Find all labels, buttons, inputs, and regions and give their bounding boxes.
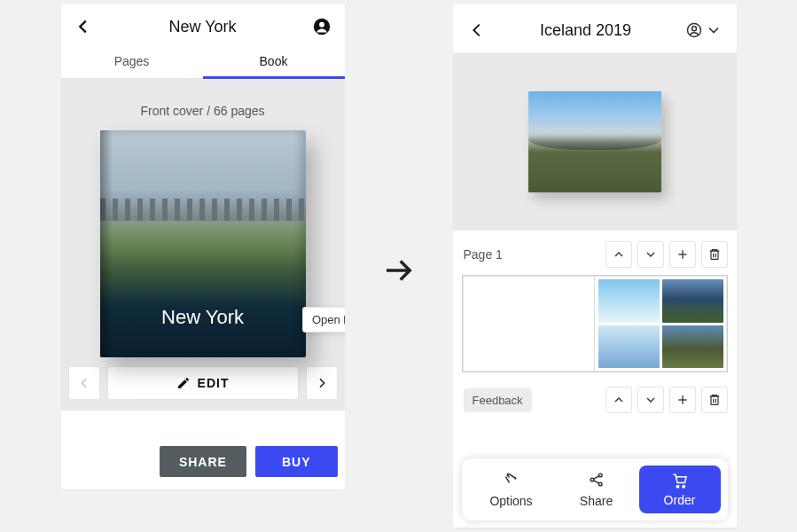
bottom-action-bar: Options Share Order	[462, 458, 728, 520]
move-up-button[interactable]	[606, 241, 632, 268]
move-up-button[interactable]	[606, 387, 632, 413]
purchase-row: SHARE BUY	[61, 437, 345, 489]
right-screen: Iceland 2019 Page 1	[453, 4, 737, 528]
svg-rect-12	[711, 396, 718, 404]
add-button[interactable]	[669, 241, 696, 268]
photo-thumbnail	[662, 279, 723, 323]
book-cover-title: New York	[100, 306, 306, 329]
book-area: Front cover / 66 pages New York Open boo…	[61, 79, 345, 411]
edit-label: EDIT	[198, 376, 230, 390]
prev-page-button	[68, 366, 100, 400]
photo-thumbnail	[598, 279, 660, 323]
share-label: Share	[580, 494, 613, 508]
move-down-button[interactable]	[637, 241, 664, 268]
share-button[interactable]: SHARE	[160, 446, 246, 477]
options-button[interactable]: Options	[469, 471, 554, 508]
svg-point-4	[692, 27, 696, 31]
cover-area	[453, 53, 737, 231]
delete-button[interactable]	[701, 387, 728, 413]
svg-point-15	[590, 478, 594, 481]
open-book-tooltip: Open book	[302, 307, 345, 332]
feedback-pill[interactable]: Feedback	[464, 388, 532, 412]
spread-right-page	[594, 276, 727, 372]
back-icon[interactable]	[467, 20, 487, 40]
order-button[interactable]: Order	[639, 466, 721, 513]
svg-line-18	[593, 476, 598, 479]
spread-left-page	[463, 276, 595, 372]
svg-point-17	[598, 482, 602, 486]
add-button[interactable]	[669, 387, 696, 413]
photo-thumbnail	[598, 325, 660, 369]
account-menu[interactable]	[685, 21, 723, 39]
page-2-header: Feedback	[453, 383, 737, 420]
page-label: Page 1	[464, 247, 503, 262]
right-header: Iceland 2019	[453, 4, 737, 53]
svg-point-1	[320, 22, 325, 27]
options-label: Options	[489, 494, 532, 508]
left-screen: New York Pages Book Front cover / 66 pag…	[61, 4, 345, 489]
edit-button[interactable]: EDIT	[107, 366, 299, 400]
account-icon[interactable]	[312, 17, 332, 36]
order-label: Order	[664, 493, 696, 507]
page-1-header: Page 1	[453, 231, 737, 275]
svg-point-21	[682, 485, 684, 488]
back-icon[interactable]	[74, 17, 93, 36]
move-down-button[interactable]	[637, 387, 664, 413]
cover-thumbnail[interactable]	[528, 91, 661, 192]
tab-book[interactable]: Book	[203, 45, 345, 79]
book-nav-row: EDIT	[61, 357, 345, 411]
tab-pages[interactable]: Pages	[61, 45, 203, 78]
arrow-icon	[380, 4, 418, 532]
photo-thumbnail	[662, 325, 723, 369]
svg-line-19	[593, 481, 598, 483]
svg-rect-7	[711, 251, 718, 259]
left-header: New York	[61, 4, 345, 45]
delete-button[interactable]	[701, 241, 728, 268]
tabs: Pages Book	[61, 45, 345, 79]
book-cover[interactable]: New York	[100, 130, 306, 357]
svg-point-16	[598, 473, 602, 477]
svg-point-20	[676, 485, 679, 488]
left-title: New York	[168, 18, 236, 36]
buy-button[interactable]: BUY	[255, 446, 338, 477]
share-button[interactable]: Share	[554, 471, 639, 508]
next-page-button[interactable]	[306, 366, 338, 400]
page-1-spread[interactable]	[462, 275, 728, 372]
right-title: Iceland 2019	[540, 21, 631, 40]
book-meta: Front cover / 66 pages	[61, 104, 345, 118]
